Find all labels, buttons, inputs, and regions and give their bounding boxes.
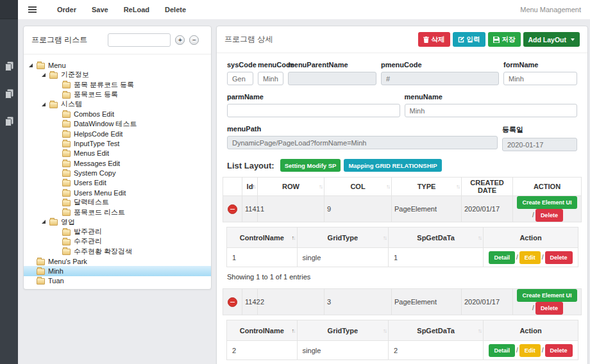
menuparentname-field: [288, 72, 376, 85]
sort-icon: ↑↓: [319, 183, 322, 190]
folder-icon: [62, 229, 71, 236]
expand-column-header: [223, 178, 242, 196]
parmname-field[interactable]: [227, 104, 400, 117]
field-label: pmenuCode: [381, 61, 499, 69]
collapse-all-button[interactable]: −: [189, 35, 199, 45]
rail-top-strip: [0, 0, 18, 19]
tree-item[interactable]: 영업: [24, 217, 211, 227]
expand-arrow-icon[interactable]: [29, 63, 37, 67]
column-header-type[interactable]: TYPE↑↓: [392, 178, 462, 196]
tree-item[interactable]: 품목 분류코드 등록: [24, 80, 211, 90]
pages-icon[interactable]: [5, 89, 13, 99]
tree-item[interactable]: Messages Edit: [24, 158, 211, 168]
collapse-row-icon[interactable]: [228, 297, 237, 307]
expand-arrow-icon[interactable]: [42, 220, 49, 224]
tree-item-selected[interactable]: Minh: [24, 266, 211, 276]
column-header-created[interactable]: CREATED DATE: [462, 178, 513, 196]
field-label: parmName: [227, 93, 400, 101]
delete-control-button[interactable]: Delete: [545, 344, 573, 357]
folder-icon: [62, 92, 71, 99]
expand-all-button[interactable]: +: [175, 35, 185, 45]
delete-button[interactable]: 삭제: [418, 32, 450, 47]
tree-search-input[interactable]: [108, 33, 171, 47]
edit-button[interactable]: Edit: [519, 344, 541, 357]
sub-column-header-gridtype[interactable]: GridType↑↓: [297, 228, 388, 248]
save-button[interactable]: 저장: [488, 32, 521, 47]
field-label: menuCode: [258, 61, 283, 69]
sub-column-header-spgetdata[interactable]: SpGetDaTa↑↓: [389, 228, 484, 248]
field-label: 등록일: [502, 125, 577, 135]
tree-item[interactable]: HelpsCode Edit: [24, 129, 211, 138]
tree-item[interactable]: Menu's Park: [24, 256, 211, 266]
tree-item[interactable]: System Copy: [24, 168, 211, 178]
tree-item[interactable]: 품목코드 리스트: [24, 207, 211, 217]
folder-icon: [62, 161, 71, 167]
collapse-row-icon[interactable]: [228, 204, 237, 214]
sub-column-header-controlname[interactable]: ControlName↑↓: [227, 228, 298, 248]
pages-icon[interactable]: [5, 117, 13, 126]
syscode-field[interactable]: [227, 72, 253, 85]
formname-field[interactable]: [503, 72, 577, 85]
cell-type: PageElement: [392, 289, 462, 315]
expand-arrow-icon[interactable]: [42, 73, 49, 77]
folder-icon: [49, 219, 58, 226]
setting-modify-sp-button[interactable]: Setting Modify SP: [280, 159, 341, 172]
menucode-field[interactable]: [258, 72, 283, 85]
program-tree: Menu 기준정보 품목 분류코드 등록 품목코드 등록 시스템 Combos …: [24, 54, 211, 286]
sort-asc-icon: ↑↓: [292, 327, 295, 334]
control-row: 2 single 2 Detail/Edit/Delete: [227, 341, 578, 360]
toolbar-delete-button[interactable]: Delete: [157, 6, 194, 13]
field-label: formName: [503, 61, 577, 69]
cell-col: 3: [324, 289, 392, 315]
delete-control-button[interactable]: Delete: [545, 251, 573, 264]
create-element-ui-button[interactable]: Create Element UI: [517, 289, 577, 302]
tree-item[interactable]: 시스템: [24, 99, 211, 109]
toolbar-save-button[interactable]: Save: [84, 6, 116, 13]
sort-asc-icon: ↑↓: [252, 183, 255, 190]
tree-item[interactable]: Combos Edit: [24, 109, 211, 119]
tree-item[interactable]: 수주관리: [24, 236, 211, 246]
tree-item[interactable]: 기준정보: [24, 70, 211, 79]
delete-row-button[interactable]: Delete: [535, 209, 563, 222]
sub-column-header-spgetdata[interactable]: SpGetDaTa↑↓: [389, 320, 484, 341]
tree-item[interactable]: 달력테스트: [24, 197, 211, 207]
pages-icon[interactable]: [5, 62, 13, 71]
tree-item[interactable]: 품목코드 등록: [24, 90, 211, 99]
cell-spgetdata: 2: [389, 341, 484, 360]
sub-column-header-action: Action: [484, 320, 578, 341]
column-header-id[interactable]: Id↑↓: [242, 178, 258, 196]
tree-item[interactable]: DataWindow 테스트: [24, 119, 211, 129]
detail-button[interactable]: Detail: [489, 344, 515, 357]
toolbar-order-button[interactable]: Order: [49, 6, 84, 13]
input-button[interactable]: 입력: [453, 32, 485, 47]
add-layout-button[interactable]: Add LayOut: [523, 32, 580, 47]
edit-button[interactable]: Edit: [519, 251, 541, 264]
sub-column-header-gridtype[interactable]: GridType↑↓: [297, 320, 388, 341]
tree-item[interactable]: Users Menu Edit: [24, 188, 211, 197]
column-header-row[interactable]: ROW↑↓: [258, 178, 324, 196]
tree-item[interactable]: Tuan: [24, 276, 211, 286]
program-list-panel: 프로그램 리스트 + − Menu 기준정보 품목 분류코드 등록 품목코드 등…: [23, 26, 212, 290]
field-label: menuName: [405, 93, 578, 101]
sub-column-header-controlname[interactable]: ControlName↑↓: [227, 320, 298, 341]
folder-icon: [62, 210, 71, 216]
column-header-col[interactable]: COL↑↓: [324, 178, 392, 196]
tree-item[interactable]: 발주관리: [24, 227, 211, 236]
folder-icon: [62, 141, 71, 147]
tree-item[interactable]: 수주현황 확장검색: [24, 247, 211, 256]
hamburger-menu-icon[interactable]: [28, 9, 37, 10]
mapping-grid-relationship-button[interactable]: Mapping GRID RELATIONSHIP: [344, 159, 441, 172]
tree-item[interactable]: InputType Test: [24, 138, 211, 148]
menuname-field[interactable]: [405, 104, 578, 117]
expand-arrow-icon[interactable]: [42, 103, 49, 106]
regdate-field: [502, 138, 577, 151]
tree-item[interactable]: Menus Edit: [24, 149, 211, 158]
detail-button[interactable]: Detail: [489, 251, 515, 264]
field-label: menuParentName: [288, 61, 376, 69]
page-context-label: Menu Management: [520, 6, 581, 13]
toolbar-reload-button[interactable]: ReLoad: [116, 6, 157, 13]
create-element-ui-button[interactable]: Create Element UI: [517, 196, 577, 209]
delete-row-button[interactable]: Delete: [535, 302, 563, 315]
tree-item-menu[interactable]: Menu: [24, 60, 211, 70]
tree-item[interactable]: Users Edit: [24, 178, 211, 188]
